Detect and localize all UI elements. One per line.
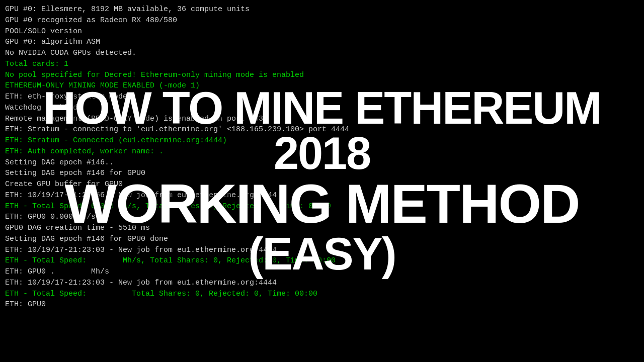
- overlay-title: HOW TO MINE ETHEREUM 2018 WORKING METHOD…: [20, 85, 624, 277]
- terminal-line: Total cards: 1: [5, 59, 639, 70]
- terminal-line: GPU #0: Ellesmere, 8192 MB available, 36…: [5, 4, 639, 15]
- terminal-line: GPU #0: algorithm ASM: [5, 37, 639, 48]
- terminal-line: ETH: 10/19/17-21:23:03 - New job from eu…: [5, 278, 639, 289]
- terminal-line: No pool specified for Decred! Ethereum-o…: [5, 70, 639, 81]
- terminal-line: ETH: GPU0: [5, 299, 639, 310]
- terminal-line: No NVIDIA CUDA GPUs detected.: [5, 48, 639, 59]
- terminal-line: GPU #0 recognized as Radeon RX 480/580: [5, 15, 639, 26]
- terminal-line: POOL/SOLO version: [5, 26, 639, 37]
- overlay-line3: (EASY): [20, 231, 624, 277]
- overlay-line2: WORKING METHOD: [20, 176, 624, 231]
- terminal-line: ETH - Total Speed: Total Shares: 0, Reje…: [5, 289, 639, 300]
- overlay-line1: HOW TO MINE ETHEREUM 2018: [20, 85, 624, 176]
